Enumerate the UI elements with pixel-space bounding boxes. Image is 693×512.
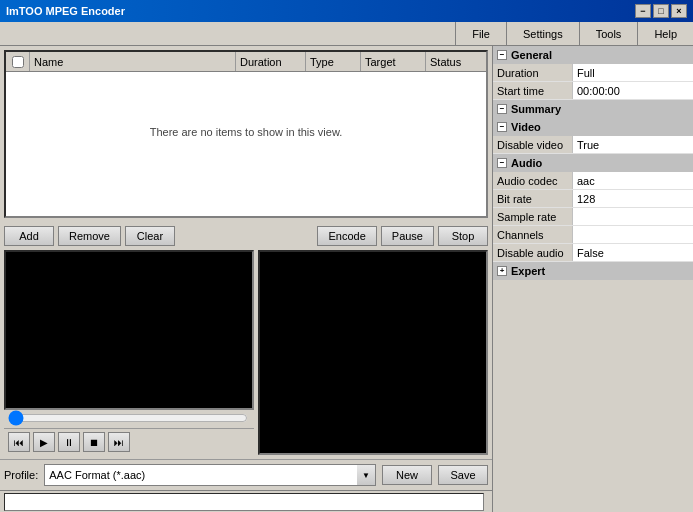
app-title: ImTOO MPEG Encoder [6,5,125,17]
slider-row [4,410,254,428]
menu-tools[interactable]: Tools [579,22,638,45]
next-button[interactable]: ⏭ [108,432,130,452]
summary-section: − Summary [493,100,693,118]
video-preview-right [258,250,488,455]
maximize-button[interactable]: □ [653,4,669,18]
file-list-body: There are no items to show in this view. [6,72,486,192]
profile-bar: Profile: AAC Format (*.aac) ▼ New Save [0,459,492,490]
audio-collapse[interactable]: − [497,158,507,168]
audio-section-header: − Audio [493,154,693,172]
general-collapse[interactable]: − [497,50,507,60]
stop-button[interactable]: Stop [438,226,488,246]
menu-settings[interactable]: Settings [506,22,579,45]
general-section: − General Duration Full Start time 00:00… [493,46,693,100]
left-panel: Name Duration Type Target Status There a… [0,46,493,512]
prop-bit-rate: Bit rate 128 [493,190,693,208]
expert-section: + Expert [493,262,693,280]
stop-media-button[interactable]: ⏹ [83,432,105,452]
save-profile-button[interactable]: Save [438,465,488,485]
clear-button[interactable]: Clear [125,226,175,246]
col-duration: Duration [236,52,306,71]
expert-section-header: + Expert [493,262,693,280]
menu-bar: File Settings Tools Help [0,22,693,46]
media-controls: ⏮ ▶ ⏸ ⏹ ⏭ [4,428,254,455]
play-button[interactable]: ▶ [33,432,55,452]
remove-button[interactable]: Remove [58,226,121,246]
window-controls: − □ × [635,4,687,18]
profile-select-wrapper: AAC Format (*.aac) ▼ [44,464,376,486]
minimize-button[interactable]: − [635,4,651,18]
col-name: Name [30,52,236,71]
prop-duration: Duration Full [493,64,693,82]
preview-area: ⏮ ▶ ⏸ ⏹ ⏭ [0,250,492,459]
col-status: Status [426,52,486,71]
prop-disable-video: Disable video True [493,136,693,154]
prop-sample-rate: Sample rate [493,208,693,226]
status-field [4,493,484,511]
check-all-checkbox[interactable] [12,56,24,68]
right-panel: − General Duration Full Start time 00:00… [493,46,693,512]
col-type: Type [306,52,361,71]
close-button[interactable]: × [671,4,687,18]
add-button[interactable]: Add [4,226,54,246]
check-all[interactable] [6,52,30,71]
pause-button[interactable]: Pause [381,226,434,246]
seek-slider[interactable] [8,412,248,424]
prop-audio-codec: Audio codec aac [493,172,693,190]
video-preview-left [4,250,254,410]
video-section-header: − Video [493,118,693,136]
prop-disable-audio: Disable audio False [493,244,693,262]
new-profile-button[interactable]: New [382,465,432,485]
prev-button[interactable]: ⏮ [8,432,30,452]
expert-collapse[interactable]: + [497,266,507,276]
pause-media-button[interactable]: ⏸ [58,432,80,452]
main-toolbar: Add Remove Clear Encode Pause Stop [0,222,492,250]
audio-section: − Audio Audio codec aac Bit rate 128 Sam… [493,154,693,262]
profile-label: Profile: [4,469,38,481]
encode-button[interactable]: Encode [317,226,376,246]
summary-collapse[interactable]: − [497,104,507,114]
profile-select[interactable]: AAC Format (*.aac) [44,464,376,486]
title-bar: ImTOO MPEG Encoder − □ × [0,0,693,22]
status-bar [0,490,492,512]
main-container: Name Duration Type Target Status There a… [0,46,693,512]
summary-section-header: − Summary [493,100,693,118]
menu-help[interactable]: Help [637,22,693,45]
video-section: − Video Disable video True [493,118,693,154]
file-list[interactable]: Name Duration Type Target Status There a… [4,50,488,218]
col-target: Target [361,52,426,71]
prop-channels: Channels [493,226,693,244]
prop-start-time: Start time 00:00:00 [493,82,693,100]
menu-file[interactable]: File [455,22,506,45]
video-collapse[interactable]: − [497,122,507,132]
file-list-header: Name Duration Type Target Status [6,52,486,72]
general-section-header: − General [493,46,693,64]
